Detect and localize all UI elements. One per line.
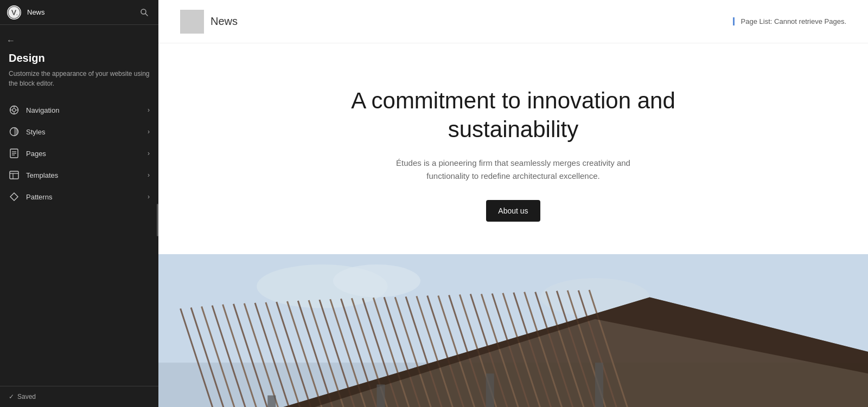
preview-header: News Page List: Cannot retrieve Pages. [158,0,868,43]
search-button[interactable] [137,5,152,20]
patterns-chevron: › [148,193,150,201]
preview-area: News Page List: Cannot retrieve Pages. A… [158,0,868,407]
architecture-image-section [158,254,868,407]
hero-section: A commitment to innovation and sustainab… [158,43,868,254]
back-icon: ← [7,36,15,46]
sidebar-item-templates[interactable]: Templates › [0,164,158,186]
sidebar-topbar: News [0,0,158,25]
hero-description: Études is a pioneering firm that seamles… [378,157,649,183]
design-section-title: Design [0,52,158,69]
wp-logo[interactable] [7,5,22,20]
navigation-chevron: › [148,106,150,114]
about-us-button[interactable]: About us [486,200,540,222]
navigation-icon [9,105,20,115]
templates-chevron: › [148,171,150,179]
preview-site-name: News [210,15,238,28]
design-section-description: Customize the appearance of your website… [0,69,158,99]
styles-icon [9,126,20,137]
pages-icon [9,148,20,159]
svg-rect-15 [10,171,18,179]
page-list-error: Page List: Cannot retrieve Pages. [733,17,846,25]
site-name-label: News [27,8,131,16]
navigation-label: Navigation [26,106,141,114]
sidebar-footer: ✓ Saved [0,386,158,407]
sidebar-content: ← Design Customize the appearance of you… [0,25,158,386]
sidebar-item-patterns[interactable]: Patterns › [0,186,158,208]
svg-rect-64 [267,396,276,407]
back-button[interactable]: ← [0,34,158,52]
sidebar-item-pages[interactable]: Pages › [0,143,158,164]
saved-label: Saved [17,393,36,400]
templates-icon [9,170,20,180]
svg-point-21 [333,264,420,297]
svg-point-5 [12,108,16,112]
pages-label: Pages [26,150,141,158]
templates-label: Templates [26,171,141,179]
saved-checkmark-icon: ✓ [9,393,14,400]
pages-chevron: › [148,150,150,157]
svg-line-3 [145,14,148,16]
hero-title: A commitment to innovation and sustainab… [323,87,703,144]
svg-rect-67 [595,363,603,407]
preview-logo-placeholder [180,10,204,34]
sidebar-item-navigation[interactable]: Navigation › [0,99,158,121]
preview-logo-area: News [180,10,238,34]
styles-label: Styles [26,128,141,136]
sidebar: News ← Design Customize the appearance o… [0,0,158,407]
sidebar-item-styles[interactable]: Styles › [0,121,158,143]
patterns-label: Patterns [26,193,141,201]
styles-chevron: › [148,128,150,135]
svg-rect-66 [486,373,494,407]
svg-rect-65 [376,384,385,407]
main-content: News Page List: Cannot retrieve Pages. A… [158,0,868,407]
patterns-icon [9,191,20,202]
architecture-illustration [158,254,868,407]
